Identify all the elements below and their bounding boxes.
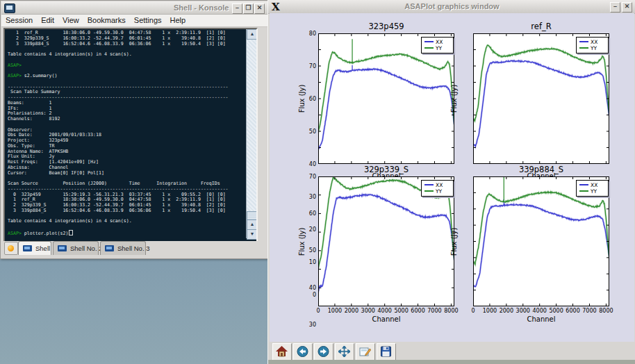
series-halo-YY	[473, 45, 609, 121]
scroll-up2-icon[interactable]: ▲	[247, 220, 258, 230]
ytick-label: 40	[299, 161, 316, 167]
menu-item-bookmarks[interactable]: Bookmarks	[83, 15, 130, 24]
legend: XXYY	[421, 180, 454, 197]
xtick-label: 8000	[440, 308, 461, 314]
konsole-window-title: Shell - Konsole	[174, 3, 229, 12]
xtick-label: 8000	[595, 308, 616, 314]
series-XX	[318, 69, 454, 150]
back-arrow-icon	[297, 346, 308, 357]
tab-shell-no-3[interactable]: Shell No. 3	[100, 241, 146, 255]
asaplot-window: X ASAPlot graphics window – ✕ 323p459010…	[267, 0, 635, 364]
menu-item-edit[interactable]: Edit	[37, 15, 58, 24]
new-session-icon	[8, 245, 14, 251]
matplotlib-toolbar	[268, 342, 635, 360]
save-button[interactable]	[377, 343, 396, 361]
terminal-scrollbar[interactable]: ▲ ▲ ▼	[246, 29, 256, 238]
menu-item-view[interactable]: View	[58, 15, 83, 24]
legend: XXYY	[576, 180, 609, 197]
forward-button[interactable]	[314, 343, 333, 361]
terminal-cursor	[69, 230, 73, 235]
konsole-menubar: SessionEditViewBookmarksSettingsHelp	[1, 15, 267, 27]
terminal-line: Table contains 4 integration(s) in 4 sca…	[8, 219, 247, 224]
konsole-window: Shell - Konsole – ❐ ✕ SessionEditViewBoo…	[0, 0, 269, 259]
series-halo-XX	[473, 60, 609, 147]
ytick-label: 70	[299, 174, 316, 180]
terminal-line: ASAP>	[8, 63, 247, 69]
ylabel: Flux (Jy)	[450, 210, 460, 273]
series-XX	[318, 195, 454, 292]
new-session-button[interactable]	[4, 242, 18, 255]
konsole-tabbar: ShellShell No. 2Shell No. 3	[1, 241, 267, 255]
window-bottom-edge	[268, 360, 635, 364]
series-halo-XX	[318, 69, 454, 150]
close-button[interactable]: ✕	[254, 3, 265, 14]
ylabel: Flux (Jy)	[298, 210, 308, 273]
terminal-line: 3 339p884_S 16:52:04.6 -46.08.33.9 06:36…	[8, 208, 247, 214]
terminal-screen-icon	[23, 245, 32, 251]
back-button[interactable]	[293, 343, 313, 361]
legend-entry-YY: YY	[424, 188, 442, 195]
minimize-button[interactable]: –	[610, 2, 620, 13]
terminal-line	[8, 122, 247, 128]
subplot-title: 339p884_S	[473, 165, 609, 174]
legend-line-sample	[579, 41, 588, 42]
ytick-label: 30	[299, 322, 316, 328]
close-button[interactable]: ✕	[622, 2, 632, 13]
pan-move-icon	[338, 346, 350, 357]
ytick-label: 40	[299, 285, 316, 291]
legend-line-sample	[579, 184, 588, 185]
legend-line-sample	[424, 47, 434, 49]
terminal-line	[8, 224, 247, 230]
configure-subplots-button[interactable]	[356, 343, 375, 361]
terminal-line: Table contains 4 integration(s) in 4 sca…	[8, 52, 247, 58]
konsole-titlebar[interactable]: Shell - Konsole – ❐ ✕	[1, 1, 267, 15]
home-icon	[276, 346, 288, 357]
terminal-line: Channels: 8192	[8, 117, 247, 122]
xlabel: Channel	[473, 315, 609, 323]
legend-line-sample	[579, 190, 588, 192]
series-YY	[473, 45, 609, 121]
series-halo-YY	[473, 192, 609, 265]
menu-item-session[interactable]: Session	[1, 15, 37, 24]
legend-entry-YY: YY	[579, 188, 597, 195]
tab-label: Shell No. 2	[70, 245, 102, 252]
terminal-line: 3 339p884_S 16:52:04.6 -46.08.33.9 06:36…	[8, 42, 247, 47]
tab-shell[interactable]: Shell	[18, 241, 51, 255]
scroll-down-icon[interactable]: ▼	[247, 229, 258, 240]
pan-button[interactable]	[335, 343, 354, 361]
terminal-output[interactable]: 1 ref_R 18:30:06.0 -49.59.30.0 04:47:58 …	[3, 28, 258, 242]
home-button[interactable]	[272, 343, 292, 361]
terminal-line	[8, 58, 247, 63]
terminal-line: ASAP> plotter.plot(s2)	[8, 230, 247, 237]
ytick-label: 0	[299, 292, 316, 298]
scroll-up-icon[interactable]: ▲	[247, 29, 258, 40]
ytick-label: 30	[299, 194, 316, 200]
maximize-button[interactable]: ❐	[243, 3, 254, 14]
menu-item-settings[interactable]: Settings	[130, 15, 166, 24]
legend-line-sample	[424, 184, 434, 185]
tab-label: Shell	[35, 245, 50, 252]
terminal-screen-icon	[58, 245, 67, 251]
series-halo-XX	[318, 195, 454, 292]
asaplot-window-title: ASAPlot graphics window	[268, 2, 635, 10]
legend-line-sample	[579, 47, 588, 49]
xlabel: Channel	[318, 315, 454, 323]
desktop: Shell - Konsole – ❐ ✕ SessionEditViewBoo…	[0, 0, 635, 364]
asaplot-titlebar[interactable]: X ASAPlot graphics window – ✕	[268, 0, 635, 14]
tab-shell-no-2[interactable]: Shell No. 2	[53, 241, 99, 255]
terminal-line: ASAP> s2.summary()	[8, 74, 247, 79]
series-halo-XX	[473, 204, 609, 287]
minimize-button[interactable]: –	[232, 3, 242, 14]
ylabel: Flux (Jy)	[298, 67, 308, 130]
terminal-text: 1 ref_R 18:30:06.0 -49.59.30.0 04:47:58 …	[8, 31, 247, 237]
ytick-label: 80	[299, 31, 316, 37]
series-XX	[473, 60, 609, 147]
legend-line-sample	[424, 41, 434, 42]
plot-canvas: 323p45901020304050607080ChannelFlux (Jy)…	[270, 13, 634, 342]
tab-label: Shell No. 3	[117, 245, 149, 252]
save-floppy-icon	[380, 346, 392, 357]
ylabel: Flux (Jy)	[450, 67, 460, 130]
menu-item-help[interactable]: Help	[166, 15, 190, 24]
subplot-title: 329p339_S	[318, 165, 454, 174]
legend: XXYY	[421, 37, 454, 53]
